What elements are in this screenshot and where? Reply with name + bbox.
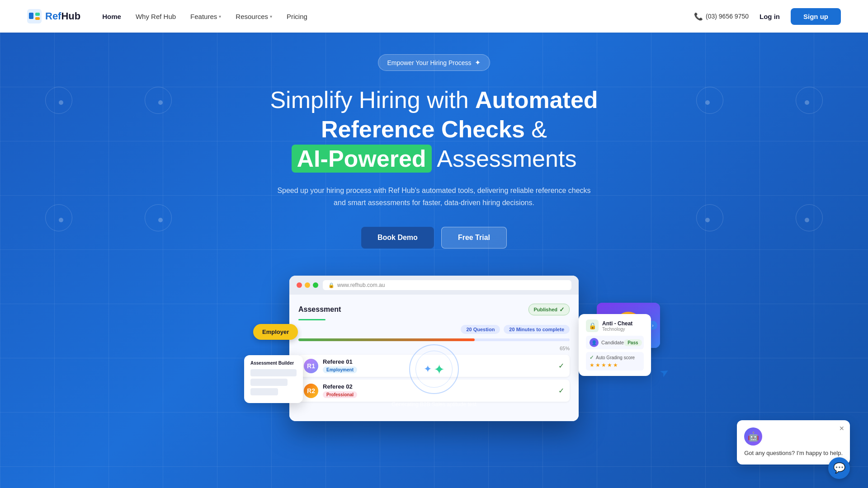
nav-home[interactable]: Home [102, 13, 121, 20]
logo[interactable]: RefHub [27, 9, 80, 23]
circle-deco-8 [796, 204, 823, 231]
browser-dot-yellow[interactable] [305, 282, 310, 288]
hero-subtitle: Speed up your hiring process with Ref Hu… [276, 184, 592, 209]
lock-shield-icon: 🔒 [586, 319, 599, 332]
circle-deco-7 [696, 204, 723, 231]
circle-deco-6 [796, 87, 823, 114]
nav-features[interactable]: Features ▾ [190, 13, 221, 20]
anticheat-info: Anti - Cheat Technology [602, 320, 632, 332]
hero-section: Empower Your Hiring Process ✦ Simplify H… [0, 33, 868, 488]
browser-dots [297, 282, 318, 288]
cand-label: Candidate [601, 340, 624, 345]
resources-chevron-icon: ▾ [270, 14, 272, 19]
star-4: ★ [607, 362, 612, 368]
time-tag: 20 Minutes to complete [504, 325, 570, 334]
browser-mockup: Employer Candidate ➤ ‹ 👤 › 🔒 Anti - Chea… [289, 276, 579, 421]
nav-pricing[interactable]: Pricing [287, 13, 307, 20]
browser-dot-red[interactable] [297, 282, 302, 288]
svg-rect-3 [35, 17, 40, 20]
navbar: RefHub Home Why Ref Hub Features ▾ Resou… [0, 0, 868, 33]
dot-5 [705, 100, 710, 105]
star-1: ★ [590, 362, 594, 368]
star-2: ★ [595, 362, 600, 368]
chat-text: Got any questions? I'm happy to help. [744, 449, 843, 457]
chat-close-button[interactable]: ✕ [839, 425, 844, 432]
circle-deco-1 [45, 87, 72, 114]
nav-resources[interactable]: Resources ▾ [236, 13, 272, 20]
progress-bar [298, 338, 570, 341]
questions-tag: 20 Question [461, 325, 500, 334]
dot-2 [158, 100, 163, 105]
builder-item-1 [250, 369, 297, 376]
grade-row: ✓ Auto Grading score ★ ★ ★ ★ ★ [586, 352, 644, 371]
dot-1 [59, 100, 63, 105]
anticheat-header: 🔒 Anti - Cheat Technology [586, 319, 644, 332]
chat-bubble: 🤖 ✕ Got any questions? I'm happy to help… [737, 420, 850, 465]
free-trial-button[interactable]: Free Trial [441, 227, 507, 249]
signup-button[interactable]: Sign up [791, 8, 841, 25]
chat-widget: 🤖 ✕ Got any questions? I'm happy to help… [737, 420, 850, 470]
grade-label: ✓ Auto Grading score [590, 354, 640, 361]
browser-bar: 🔒 www.refhub.com.au [289, 276, 579, 295]
ai-circle: ✦ ✦ [409, 344, 459, 394]
hero-buttons: Book Demo Free Trial [361, 227, 507, 249]
assessment-underline [298, 319, 326, 320]
builder-title: Assessment Builder [250, 361, 297, 366]
features-chevron-icon: ▾ [219, 14, 221, 19]
referee-1-check-icon: ✓ [558, 361, 564, 370]
browser-dot-green[interactable] [313, 282, 318, 288]
generating-label: Generating B2B Sales aptitude test [392, 401, 476, 408]
hero-title: Simplify Hiring with Automated Reference… [231, 85, 637, 174]
referee-2-avatar: R2 [304, 384, 318, 398]
assessment-header: Assessment Published ✓ [298, 304, 570, 315]
nav-right: 📞 (03) 9656 9750 Log in Sign up [694, 8, 841, 25]
login-button[interactable]: Log in [760, 13, 780, 20]
builder-item-3 [250, 388, 278, 395]
url-text: www.refhub.com.au [337, 282, 385, 288]
circle-deco-4 [145, 204, 172, 231]
circle-deco-2 [145, 87, 172, 114]
ai-star-small: ✦ [424, 363, 432, 375]
grade-check-icon: ✓ [590, 354, 594, 361]
svg-rect-1 [29, 13, 33, 19]
phone-number: (03) 9656 9750 [706, 13, 749, 20]
browser-url-bar: 🔒 www.refhub.com.au [323, 280, 571, 290]
builder-item-2 [250, 379, 288, 386]
referee-1-tag: Employment [323, 366, 357, 373]
dot-3 [59, 218, 63, 222]
badge-star-icon: ✦ [475, 58, 481, 67]
phone-icon: 📞 [694, 12, 703, 21]
dot-4 [158, 218, 163, 222]
ai-star-large: ✦ [434, 361, 445, 377]
stars-row: ★ ★ ★ ★ ★ [590, 362, 640, 368]
referee-1-avatar: R1 [304, 359, 318, 373]
chat-icon: 💬 [833, 462, 845, 474]
employer-badge: Employer [253, 324, 298, 340]
ai-powered-highlight: AI-Powered [292, 145, 432, 173]
anticheat-title: Anti - Cheat [602, 320, 632, 327]
hero-badge-text: Empower Your Hiring Process [387, 59, 472, 66]
nav-why-ref-hub[interactable]: Why Ref Hub [136, 13, 176, 20]
candidate-pass-row: 👤 Candidate Pass [586, 336, 644, 349]
book-demo-button[interactable]: Book Demo [361, 227, 434, 249]
published-check-icon: ✓ [559, 306, 565, 313]
cursor-arrow-icon: ➤ [657, 365, 671, 380]
circle-deco-3 [45, 204, 72, 231]
phone-area: 📞 (03) 9656 9750 [694, 12, 749, 21]
anticheat-sub: Technology [602, 327, 632, 332]
referee-2-tag: Professional [323, 391, 357, 398]
assessment-title: Assessment [298, 305, 341, 314]
cand-avatar: 👤 [590, 338, 599, 347]
browser-body: Assessment Published ✓ 20 Question 20 Mi… [289, 295, 579, 421]
chat-avatar: 🤖 [744, 427, 762, 446]
star-3: ★ [601, 362, 606, 368]
right-arrow-icon: › [652, 323, 653, 328]
anticheat-card: 🔒 Anti - Cheat Technology 👤 Candidate Pa… [579, 314, 651, 376]
logo-icon [27, 9, 42, 23]
chat-avatar-image: 🤖 [744, 427, 762, 446]
svg-rect-2 [35, 13, 40, 16]
pass-badge: Pass [624, 339, 642, 346]
chat-open-button[interactable]: 💬 [828, 457, 850, 479]
logo-text: RefHub [45, 10, 80, 22]
nav-links: Home Why Ref Hub Features ▾ Resources ▾ … [102, 13, 694, 20]
